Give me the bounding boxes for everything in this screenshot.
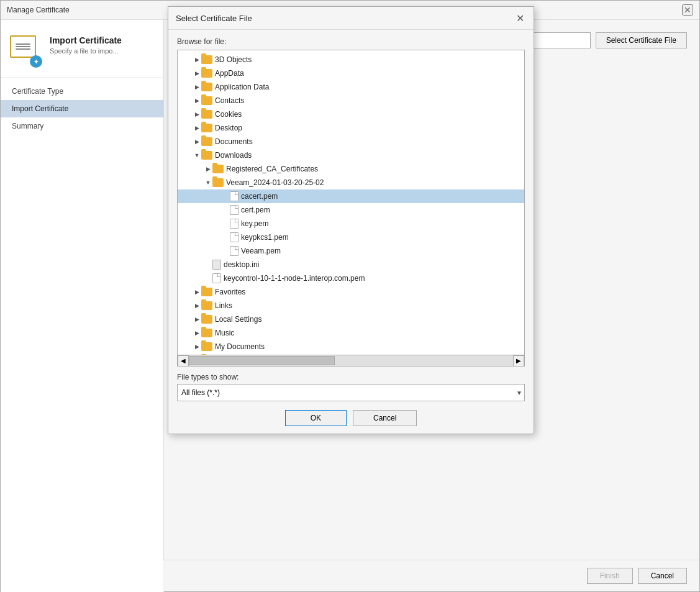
label-music: Music: [215, 329, 234, 337]
file-tree-container: ▶ 3D Objects ▶ AppData ▶ Application Dat…: [177, 50, 525, 367]
ok-button[interactable]: OK: [285, 410, 347, 426]
toggle-my-documents[interactable]: ▶: [193, 342, 201, 351]
file-icon-cacert: [230, 191, 239, 201]
hscroll-right-button[interactable]: ▶: [513, 355, 524, 367]
folder-icon-veeam: [212, 178, 224, 187]
folder-icon-applicationdata: [201, 83, 212, 91]
cancel-main-button[interactable]: Cancel: [638, 568, 687, 584]
toggle-appdata[interactable]: ▶: [193, 69, 201, 78]
toggle-favorites[interactable]: ▶: [193, 288, 201, 296]
folder-icon-links: [201, 301, 212, 310]
toggle-contacts[interactable]: ▶: [193, 96, 201, 105]
hscroll-track[interactable]: [189, 355, 513, 367]
tree-item-documents[interactable]: ▶ Documents: [178, 135, 524, 148]
manage-close-button[interactable]: ✕: [682, 4, 693, 16]
label-desktop: Desktop: [215, 124, 242, 132]
toggle-veeam-folder[interactable]: ▼: [204, 178, 212, 187]
toggle-applicationdata[interactable]: ▶: [193, 83, 201, 91]
label-keypkcs1: keypkcs1.pem: [241, 233, 289, 242]
file-types-label: File types to show:: [177, 373, 525, 381]
tree-item-cookies[interactable]: ▶ Cookies: [178, 107, 524, 121]
label-cookies: Cookies: [215, 110, 242, 119]
file-icon-veeam-pem: [230, 246, 239, 256]
dialog-close-button[interactable]: ✕: [514, 12, 526, 24]
toggle-documents[interactable]: ▶: [193, 137, 201, 146]
label-local-settings: Local Settings: [215, 315, 261, 324]
tree-item-key[interactable]: key.pem: [178, 217, 524, 230]
wizard-title: Import Certificate: [50, 35, 122, 45]
tree-item-my-documents[interactable]: ▶ My Documents: [178, 340, 524, 353]
label-key: key.pem: [241, 219, 268, 228]
tree-item-veeam-folder[interactable]: ▼ Veeam_2024-01-03-20-25-02: [178, 176, 524, 189]
tree-item-links[interactable]: ▶ Links: [178, 299, 524, 312]
label-appdata: AppData: [215, 69, 244, 78]
toggle-cookies[interactable]: ▶: [193, 110, 201, 119]
cert-line-3: [16, 48, 30, 50]
label-3dobjects: 3D Objects: [215, 55, 252, 64]
tree-item-contacts[interactable]: ▶ Contacts: [178, 94, 524, 107]
finish-button[interactable]: Finish: [587, 568, 633, 584]
toggle-registered-ca[interactable]: ▶: [204, 165, 212, 173]
sidebar-item-certificate-type[interactable]: Certificate Type: [1, 83, 163, 100]
label-cert: cert.pem: [241, 206, 270, 214]
label-my-documents: My Documents: [215, 342, 265, 351]
file-icon-keypkcs1: [230, 232, 239, 242]
label-applicationdata: Application Data: [215, 83, 269, 91]
label-contacts: Contacts: [215, 96, 244, 105]
tree-item-keycontrol[interactable]: keycontrol-10-1-1-node-1.interop.com.pem: [178, 271, 524, 285]
cert-card: [10, 35, 36, 58]
sidebar-nav: Certificate Type Import Certificate Summ…: [1, 78, 163, 140]
toggle-3dobjects[interactable]: ▶: [193, 55, 201, 64]
tree-item-applicationdata[interactable]: ▶ Application Data: [178, 80, 524, 94]
tree-item-downloads[interactable]: ▼ Downloads: [178, 148, 524, 162]
tree-item-registered-ca[interactable]: ▶ Registered_CA_Certificates: [178, 162, 524, 176]
bottom-buttons: Finish Cancel: [163, 560, 699, 591]
folder-icon-local-settings: [201, 315, 212, 324]
tree-item-local-settings[interactable]: ▶ Local Settings: [178, 312, 524, 326]
tree-item-cert[interactable]: cert.pem: [178, 203, 524, 217]
file-icon-keycontrol: [212, 273, 221, 283]
tree-item-music[interactable]: ▶ Music: [178, 326, 524, 340]
wizard-header: ✦ Import Certificate Specify a file to i…: [1, 26, 163, 78]
tree-item-cacert[interactable]: cacert.pem: [178, 189, 524, 203]
tree-item-3dobjects[interactable]: ▶ 3D Objects: [178, 53, 524, 66]
sidebar-item-import-certificate[interactable]: Import Certificate: [1, 100, 163, 117]
file-tree-scroll[interactable]: ▶ 3D Objects ▶ AppData ▶ Application Dat…: [178, 50, 524, 355]
browse-button[interactable]: Select Certificate File: [596, 32, 687, 48]
browse-for-file-label: Browse for file:: [177, 37, 525, 46]
tree-item-favorites[interactable]: ▶ Favorites: [178, 285, 524, 299]
toggle-downloads[interactable]: ▼: [193, 151, 201, 160]
folder-icon-contacts: [201, 96, 212, 105]
label-downloads: Downloads: [215, 151, 252, 160]
horizontal-scrollbar[interactable]: ◀ ▶: [178, 355, 524, 366]
hscroll-thumb[interactable]: [189, 356, 335, 365]
sidebar-item-summary[interactable]: Summary: [1, 117, 163, 135]
toggle-links[interactable]: ▶: [193, 301, 201, 310]
folder-icon-desktop: [201, 124, 212, 132]
tree-item-desktop-ini[interactable]: desktop.ini: [178, 258, 524, 271]
wizard-subtitle: Specify a file to impo...: [50, 47, 122, 55]
select-certificate-dialog: Select Certificate File ✕ Browse for fil…: [168, 6, 534, 434]
toggle-local-settings[interactable]: ▶: [193, 315, 201, 324]
cancel-dialog-button[interactable]: Cancel: [353, 410, 417, 426]
toggle-desktop[interactable]: ▶: [193, 124, 201, 132]
dialog-body: Browse for file: ▶ 3D Objects ▶ AppData: [168, 30, 534, 434]
manage-window-title: Manage Certificate: [7, 6, 70, 14]
folder-icon-downloads: [201, 151, 212, 160]
label-keycontrol: keycontrol-10-1-1-node-1.interop.com.pem: [224, 274, 365, 283]
hscroll-left-button[interactable]: ◀: [178, 355, 189, 367]
tree-item-keypkcs1[interactable]: keypkcs1.pem: [178, 230, 524, 244]
tree-item-desktop[interactable]: ▶ Desktop: [178, 121, 524, 135]
label-documents: Documents: [215, 137, 253, 146]
tree-item-appdata[interactable]: ▶ AppData: [178, 66, 524, 80]
folder-icon-music: [201, 329, 212, 337]
dialog-titlebar: Select Certificate File ✕: [168, 7, 534, 30]
toggle-music[interactable]: ▶: [193, 329, 201, 337]
tree-item-veeam-pem[interactable]: Veeam.pem: [178, 244, 524, 258]
dialog-title-text: Select Certificate File: [176, 14, 252, 23]
folder-icon-cookies: [201, 110, 212, 119]
file-types-row: File types to show: All files (*.*) ▼: [177, 373, 525, 401]
file-types-select-wrapper: All files (*.*) ▼: [177, 384, 525, 401]
file-types-select[interactable]: All files (*.*): [177, 384, 525, 401]
label-favorites: Favorites: [215, 288, 245, 296]
